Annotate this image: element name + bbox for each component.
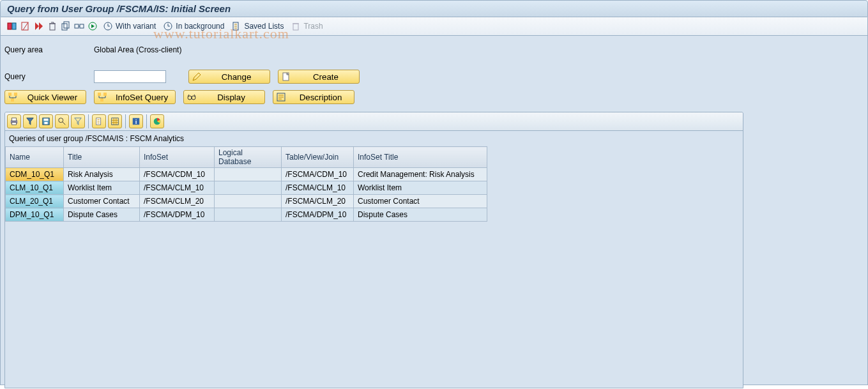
alv-filter-button[interactable]: [23, 114, 37, 128]
cell: [215, 181, 282, 195]
cell: Dispute Cases: [354, 208, 487, 222]
table-row[interactable]: CLM_10_Q1Worklist Item/FSCMA/CLM_10/FSCM…: [6, 181, 487, 195]
cell: /FSCMA/CDM_10: [282, 168, 354, 181]
pencil-icon: [192, 72, 202, 82]
alv-print-button[interactable]: [7, 114, 21, 128]
svg-rect-28: [44, 122, 47, 125]
execute-icon[interactable]: [7, 21, 17, 31]
alv-separator: [125, 114, 126, 128]
with-variant-label: With variant: [116, 22, 156, 31]
create-label: Create: [295, 72, 356, 82]
query-label: Query: [4, 72, 94, 81]
svg-rect-19: [100, 98, 103, 102]
with-variant-button[interactable]: With variant: [101, 20, 158, 33]
column-header[interactable]: InfoSet: [140, 147, 215, 168]
cell: /FSCMA/CLM_10: [282, 181, 354, 195]
row-handle[interactable]: CDM_10_Q1: [6, 168, 64, 181]
document-icon: [231, 21, 241, 31]
cell: /FSCMA/CDM_10: [140, 168, 215, 181]
row-handle[interactable]: CLM_10_Q1: [6, 181, 64, 195]
saved-lists-button[interactable]: Saved Lists: [229, 20, 286, 33]
page-title-bar: Query from User Group /FSCMA/IS: Initial…: [0, 0, 868, 17]
saved-lists-label: Saved Lists: [244, 22, 284, 31]
cell: Worklist Item: [354, 181, 487, 195]
trash-button: Trash: [289, 20, 324, 33]
clock-icon: [103, 21, 113, 31]
table-row[interactable]: CDM_10_Q1Risk Analysis/FSCMA/CDM_10/FSCM…: [6, 168, 487, 181]
alv-export-button[interactable]: [92, 114, 106, 128]
alv-grid[interactable]: NameTitleInfoSetLogical DatabaseTable/Vi…: [5, 146, 487, 222]
execute-next-icon[interactable]: [34, 21, 44, 31]
alv-caption: Queries of user group /FSCMA/IS : FSCM A…: [5, 131, 743, 146]
cell: Dispute Cases: [64, 208, 140, 222]
description-label: Description: [290, 93, 351, 102]
column-header[interactable]: Name: [6, 147, 64, 168]
svg-rect-15: [14, 93, 17, 96]
svg-rect-27: [44, 119, 49, 121]
svg-rect-31: [112, 118, 119, 125]
column-header[interactable]: Title: [64, 147, 140, 168]
next-icon[interactable]: [88, 21, 98, 31]
alv-grid-button[interactable]: [108, 114, 122, 128]
svg-rect-25: [12, 123, 17, 125]
cell: Customer Contact: [354, 195, 487, 208]
svg-rect-24: [12, 118, 17, 121]
alv-separator: [146, 114, 147, 128]
alv-info-button[interactable]: i: [129, 114, 143, 128]
svg-rect-0: [8, 23, 11, 29]
svg-point-20: [188, 96, 192, 100]
form-icon: [276, 92, 286, 102]
query-area-value: Global Area (Cross-client): [94, 45, 181, 54]
new-document-icon: [281, 72, 291, 82]
infoset-query-button[interactable]: InfoSet Query: [94, 90, 176, 104]
alv-grid-panel: i Queries of user group /FSCMA/IS : FSCM…: [4, 112, 743, 388]
svg-rect-7: [80, 24, 84, 28]
tree-icon: [97, 92, 107, 102]
svg-text:i: i: [135, 118, 137, 125]
infoset-query-label: InfoSet Query: [111, 93, 172, 102]
svg-rect-1: [12, 23, 16, 29]
query-area-label: Query area: [4, 45, 94, 54]
row-handle[interactable]: DPM_10_Q1: [6, 208, 64, 222]
alv-filter2-button[interactable]: [71, 114, 85, 128]
display-button[interactable]: Display: [183, 90, 265, 104]
create-button[interactable]: Create: [278, 70, 360, 84]
table-row[interactable]: CLM_20_Q1Customer Contact/FSCMA/CLM_20/F…: [6, 195, 487, 208]
cell: [215, 208, 282, 222]
tree-icon: [8, 92, 18, 102]
table-row[interactable]: DPM_10_Q1Dispute Cases/FSCMA/DPM_10/FSCM…: [6, 208, 487, 222]
cell: /FSCMA/CLM_10: [140, 181, 215, 195]
alv-toolbar: i: [5, 112, 743, 131]
clock-icon: [163, 21, 173, 31]
display-label: Display: [201, 93, 262, 102]
svg-rect-4: [62, 24, 67, 30]
quick-viewer-button[interactable]: Quick Viewer: [4, 90, 86, 104]
svg-point-21: [192, 96, 195, 100]
trash-icon: [291, 21, 301, 31]
cell: /FSCMA/CLM_20: [140, 195, 215, 208]
application-toolbar: With variant In background Saved Lists T…: [0, 17, 868, 36]
page-title: Query from User Group /FSCMA/IS: Initial…: [7, 3, 231, 14]
change-button[interactable]: Change: [188, 70, 270, 84]
delete-icon[interactable]: [47, 21, 57, 31]
column-header[interactable]: InfoSet Title: [354, 147, 487, 168]
alv-save-layout-button[interactable]: [39, 114, 53, 128]
in-background-button[interactable]: In background: [161, 20, 226, 33]
svg-rect-16: [11, 98, 14, 102]
description-button[interactable]: Description: [273, 90, 354, 104]
trash-label: Trash: [303, 22, 323, 31]
alv-find-button[interactable]: [55, 114, 69, 128]
svg-rect-6: [75, 24, 79, 28]
cell: /FSCMA/DPM_10: [140, 208, 215, 222]
cell: Customer Contact: [64, 195, 140, 208]
cell: Worklist Item: [64, 181, 140, 195]
execute-and-print-icon[interactable]: [20, 21, 31, 31]
column-header[interactable]: Table/View/Join: [282, 147, 354, 168]
row-handle[interactable]: CLM_20_Q1: [6, 195, 64, 208]
query-input[interactable]: [94, 70, 166, 83]
alv-graphics-button[interactable]: [150, 114, 164, 128]
rename-icon[interactable]: [74, 21, 84, 31]
column-header[interactable]: Logical Database: [215, 147, 282, 168]
copy-icon[interactable]: [61, 21, 71, 31]
cell: Risk Analysis: [64, 168, 140, 181]
